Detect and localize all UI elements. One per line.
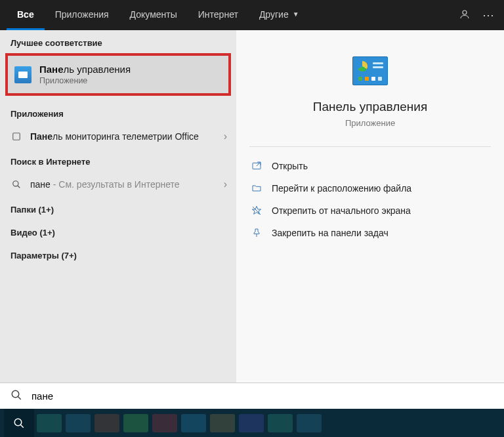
pin-taskbar-icon xyxy=(251,227,262,239)
section-web: Поиск в Интернете xyxy=(0,149,236,172)
search-icon xyxy=(10,389,22,404)
taskbar-app[interactable] xyxy=(268,414,293,432)
action-unpin-start-label: Открепить от начального экрана xyxy=(272,205,411,216)
best-match-subtitle: Приложение xyxy=(39,76,131,85)
taskbar xyxy=(0,409,504,437)
search-tabs-bar: Все Приложения Документы Интернет Другие… xyxy=(0,0,504,30)
action-pin-taskbar-label: Закрепить на панели задач xyxy=(272,228,388,238)
taskbar-app[interactable] xyxy=(210,414,235,432)
section-folders[interactable]: Папки (1+) xyxy=(0,197,236,220)
detail-subtitle: Приложение xyxy=(345,118,395,128)
tab-apps-label: Приложения xyxy=(55,9,109,20)
search-input[interactable] xyxy=(32,390,494,402)
results-panel: Лучшее соответствие Панель управления Пр… xyxy=(0,30,236,383)
app-result-text: Панель мониторинга телеметрии Office xyxy=(30,131,199,142)
unpin-start-icon xyxy=(251,205,262,217)
section-apps: Приложения xyxy=(0,101,236,124)
taskbar-app[interactable] xyxy=(66,414,91,432)
action-open-location[interactable]: Перейти к расположению файла xyxy=(243,177,497,199)
detail-title: Панель управления xyxy=(313,100,428,114)
taskbar-app[interactable] xyxy=(152,414,177,432)
svg-point-0 xyxy=(463,10,467,14)
tab-internet[interactable]: Интернет xyxy=(188,0,249,30)
section-settings[interactable]: Параметры (7+) xyxy=(0,243,236,266)
taskbar-app[interactable] xyxy=(297,414,322,432)
search-bar xyxy=(0,383,504,409)
control-panel-large-icon xyxy=(352,56,388,85)
search-icon xyxy=(10,178,22,190)
tab-all[interactable]: Все xyxy=(7,0,45,30)
tab-internet-label: Интернет xyxy=(198,9,238,20)
tab-documents-label: Документы xyxy=(130,9,177,20)
taskbar-search-button[interactable] xyxy=(4,409,34,437)
detail-actions: Открыть Перейти к расположению файла Отк… xyxy=(236,151,504,248)
tab-apps[interactable]: Приложения xyxy=(45,0,119,30)
divider xyxy=(249,146,490,147)
taskbar-app[interactable] xyxy=(181,414,206,432)
control-panel-icon xyxy=(14,66,32,83)
detail-panel: Панель управления Приложение Открыть Пер… xyxy=(236,30,504,383)
tab-other[interactable]: Другие ▼ xyxy=(249,0,310,30)
section-video[interactable]: Видео (1+) xyxy=(0,220,236,243)
svg-point-2 xyxy=(13,181,18,186)
open-icon xyxy=(251,160,262,172)
svg-line-8 xyxy=(18,396,21,400)
svg-line-3 xyxy=(18,186,20,188)
folder-location-icon xyxy=(251,182,262,194)
action-pin-taskbar[interactable]: Закрепить на панели задач xyxy=(243,222,497,244)
app-icon xyxy=(10,131,22,142)
best-match-result[interactable]: Панель управления Приложение xyxy=(5,53,231,96)
best-match-text: Панель управления Приложение xyxy=(39,64,131,85)
more-options-icon[interactable]: ⋯ xyxy=(482,8,495,22)
chevron-down-icon: ▼ xyxy=(293,10,299,18)
feedback-icon[interactable] xyxy=(459,9,471,22)
best-match-title: Панель управления xyxy=(39,64,131,75)
svg-rect-1 xyxy=(13,133,20,140)
chevron-right-icon: › xyxy=(224,178,227,190)
tab-other-label: Другие xyxy=(259,9,289,20)
svg-line-10 xyxy=(20,425,24,428)
taskbar-app[interactable] xyxy=(123,414,148,432)
taskbar-app[interactable] xyxy=(239,414,264,432)
action-unpin-start[interactable]: Открепить от начального экрана xyxy=(243,199,497,222)
search-content: Лучшее соответствие Панель управления Пр… xyxy=(0,30,504,383)
app-result-telemetry[interactable]: Панель мониторинга телеметрии Office › xyxy=(0,124,236,149)
web-result-text: пане - См. результаты в Интернете xyxy=(30,178,180,190)
svg-point-7 xyxy=(12,390,19,398)
action-open[interactable]: Открыть xyxy=(243,155,497,177)
tab-all-label: Все xyxy=(17,9,34,20)
section-best-match: Лучшее соответствие xyxy=(0,30,236,53)
taskbar-app[interactable] xyxy=(94,414,119,432)
taskbar-app[interactable] xyxy=(37,414,62,432)
action-open-location-label: Перейти к расположению файла xyxy=(272,183,411,194)
chevron-right-icon: › xyxy=(224,131,227,142)
action-open-label: Открыть xyxy=(272,161,308,171)
tabs-right-actions: ⋯ xyxy=(459,0,504,30)
tab-documents[interactable]: Документы xyxy=(119,0,188,30)
svg-point-9 xyxy=(14,419,22,426)
web-result[interactable]: пане - См. результаты в Интернете › xyxy=(0,172,236,197)
